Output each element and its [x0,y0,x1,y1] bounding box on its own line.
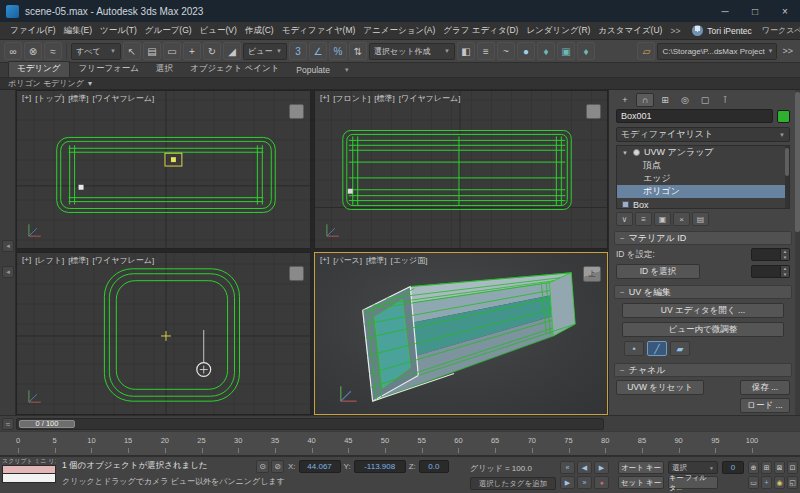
viewport-label-segment[interactable]: [標準] [68,255,88,266]
modifier-enabled-icon[interactable] [633,149,640,156]
menu-item[interactable]: カスタマイズ(U) [594,25,666,37]
modify-tab-icon[interactable]: ∩ [636,93,654,107]
viewport-label-segment[interactable]: [ワイヤフレーム] [399,93,461,104]
selection-filter-dropdown[interactable]: すべて▼ [71,43,121,60]
ribbon-tab[interactable]: オブジェクト ペイント [182,62,287,77]
rendered-frame-window-icon[interactable]: ▣ [557,42,575,60]
viewcube-icon[interactable] [289,266,304,281]
named-selection-set-combobox[interactable]: 選択セット作成▼ [369,43,455,60]
viewport-layout-tab-icon[interactable]: ◂ [2,240,14,252]
menu-item[interactable]: アニメーション(A) [359,25,439,37]
viewport-label-segment[interactable]: [標準] [374,93,394,104]
select-and-scale-icon[interactable]: ◢ [223,42,241,60]
project-path-dropdown[interactable]: C:\Storage\P...dsMax Project▼ [657,43,777,60]
auto-key-button[interactable]: オート キー [618,461,664,474]
viewport-label-segment[interactable]: [フロント] [333,93,370,104]
pan-icon[interactable]: + [761,476,772,489]
select-and-move-icon[interactable]: + [183,42,201,60]
menu-item[interactable]: グループ(G) [141,25,196,37]
current-frame-field[interactable]: 0 [722,461,744,474]
viewport-label-segment[interactable]: [ワイヤフレーム] [93,93,155,104]
zoom-region-icon[interactable]: ▭ [748,476,759,489]
menu-item[interactable]: モディファイヤ(M) [278,25,360,37]
ribbon-chevron-icon[interactable]: ▾ [339,66,355,77]
configure-modifier-sets-icon[interactable]: ▤ [692,212,709,226]
reference-coordinate-dropdown[interactable]: ビュー▼ [243,43,287,60]
spinner-down-icon[interactable]: ▼ [781,272,789,278]
y-coordinate-field[interactable]: -113.908 [354,460,406,473]
ribbon-strip[interactable]: ポリゴン モデリング ▾ [0,78,800,90]
pin-stack-icon[interactable]: ∨ [616,212,633,226]
zoom-all-icon[interactable]: ⊞ [761,461,772,474]
key-filters-button[interactable]: キー フィルタ... [668,476,718,489]
modifier-list-dropdown[interactable]: モディファイヤリスト ▼ [616,127,790,142]
viewport-label-segment[interactable]: [トップ] [35,93,64,104]
account-name[interactable]: Tori iPentec [707,26,751,36]
spinner-down-icon[interactable]: ▼ [781,255,789,261]
select-id-spinner[interactable]: ▲ ▼ [751,265,790,278]
command-panel-scrollbar[interactable] [795,90,800,415]
modifier-stack-row[interactable]: Box [617,198,789,209]
viewport-label-segment[interactable]: [パース] [333,255,362,266]
viewcube-icon[interactable] [289,104,304,119]
select-by-name-icon[interactable]: ▤ [143,42,161,60]
uv-edge-mode-icon[interactable]: ╱ [647,341,667,356]
menu-item[interactable]: 編集(E) [60,25,96,37]
user-avatar-icon[interactable] [692,25,703,36]
viewcube-icon[interactable]: 上 [583,266,601,282]
go-to-end-icon[interactable]: » [577,476,592,489]
make-unique-icon[interactable]: ▣ [654,212,671,226]
rollout-header[interactable]: − UV を編集 [614,285,792,299]
go-to-start-icon[interactable]: « [560,461,575,474]
material-editor-icon[interactable]: ● [517,42,535,60]
render-production-icon[interactable]: ♦ [577,42,595,60]
track-bar[interactable]: 0510152025303540455055606570758085909510… [0,431,800,456]
toolbar-overflow[interactable]: >> [779,46,796,56]
rollout-header[interactable]: − チャネル [614,363,792,377]
curve-editor-icon[interactable]: ~ [497,42,515,60]
rollout-header[interactable]: − マテリアル ID [614,231,792,245]
menu-item[interactable]: ツール(T) [96,25,141,37]
select-object-icon[interactable]: ↖ [123,42,141,60]
load-uvw-button[interactable]: ロード ... [740,398,790,413]
object-color-swatch[interactable] [777,110,790,123]
viewport-label-segment[interactable]: [+] [22,93,31,104]
object-name-field[interactable]: Box001 [616,109,773,123]
listener-row[interactable] [2,474,56,483]
set-key-button[interactable]: セット キー [618,476,664,489]
motion-tab-icon[interactable]: ◎ [676,93,694,107]
maximize-button[interactable]: □ [740,0,770,22]
add-time-tag-button[interactable]: 選択したタグを追加 [470,477,556,490]
percent-snap-icon[interactable]: % [329,42,347,60]
viewport-label-segment[interactable]: [+] [320,93,329,104]
stack-scrollbar[interactable] [785,146,789,208]
viewport-label-segment[interactable]: [レフト] [35,255,64,266]
maxscript-mini-listener[interactable]: スクリプト ミニ リス [2,458,56,483]
tweak-in-view-button[interactable]: ビュー内で微調整 [622,322,784,337]
rectangular-selection-region-icon[interactable]: ▭ [163,42,181,60]
z-coordinate-field[interactable]: 0.0 [419,460,449,473]
viewport-label-segment[interactable]: [エッジ面] [390,255,427,266]
select-and-rotate-icon[interactable]: ↻ [203,42,221,60]
ribbon-tab[interactable]: Populate [288,64,338,77]
show-end-result-icon[interactable]: ≡ [635,212,652,226]
set-id-spinner[interactable]: ▲ ▼ [751,248,790,261]
project-folder-icon[interactable]: ▱ [637,42,655,60]
viewport-top[interactable]: [+][トップ][標準][ワイヤフレーム] [16,90,311,249]
modifier-stack-row[interactable]: ▼UVW アンラップ [617,146,789,159]
menu-overflow-icon[interactable]: >> [666,26,684,36]
time-slider-track[interactable]: 0 / 100 [16,418,604,430]
hierarchy-tab-icon[interactable]: ⊞ [656,93,674,107]
viewport-layout-tab-alt-icon[interactable]: ◂ [2,266,14,278]
viewport-left[interactable]: [+][レフト][標準][ワイヤフレーム] [16,252,311,415]
isolate-selection-toggle-icon[interactable]: ⊙ [256,460,269,473]
viewport-front[interactable]: [+][フロント][標準][ワイヤフレーム] [314,90,608,249]
maximize-viewport-toggle-icon[interactable]: ◱ [787,476,798,489]
modifier-stack-row[interactable]: ポリゴン [617,185,789,198]
ribbon-tab[interactable]: フリーフォーム [71,62,148,77]
uv-vertex-mode-icon[interactable]: • [624,341,644,356]
mirror-icon[interactable]: ◧ [457,42,475,60]
time-slider-handle[interactable]: 0 / 100 [19,420,75,428]
selection-lock-toggle-icon[interactable]: ⊘ [271,460,284,473]
spinner-snap-icon[interactable]: ⇅ [349,42,367,60]
